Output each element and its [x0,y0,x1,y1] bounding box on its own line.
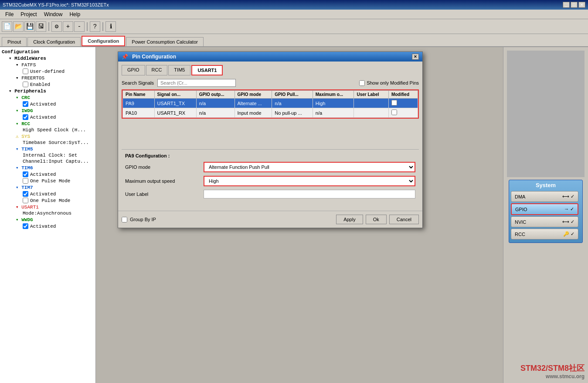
tab-pinout[interactable]: Pinout [2,37,27,46]
user-defined-checkbox[interactable] [23,68,28,74]
tree-rcc-hsc: High Speed Clock (H... [2,127,94,133]
tree-fatfs[interactable]: ▾ FATFS [2,62,94,68]
cancel-button[interactable]: Cancel [389,215,419,224]
tree-wwdg[interactable]: ▾ WWDG [2,216,94,223]
gpio-button[interactable]: GPIO → ✓ [511,203,578,215]
toolbar-generate[interactable]: ⚙ [51,21,62,32]
inner-tab-bar: GPIO RCC TIM5 USART1 [122,65,419,75]
right-panel: 📌 Pin Configuration ✕ GPIO RCC TIM5 USAR… [96,47,503,383]
toolbar-remove[interactable]: - [74,21,85,32]
toolbar-separator-2 [87,22,88,31]
minimize-button[interactable]: _ [563,2,570,8]
pin-table-container: Pin Name Signal on... GPIO outp... GPIO … [122,89,419,119]
menu-help[interactable]: Help [66,10,84,18]
group-by-ip-checkbox[interactable] [122,217,127,222]
tree-iwdg-activated[interactable]: Activated [2,114,94,120]
maximize-button[interactable]: □ [571,2,578,8]
tree-tim6[interactable]: ▾ TIM6 [2,164,94,171]
config-section-title: PA9 Configuration : [125,153,415,158]
tab-power-consumption[interactable]: Power Consumption Calculator [126,37,204,46]
nvic-button[interactable]: NVIC ⟷ ✓ [511,216,578,227]
tree-wwdg-activated[interactable]: Activated [2,223,94,229]
tab-clock-configuration[interactable]: Clock Configuration [27,37,81,46]
cell-pa10-gpio-out: n/a [196,108,235,118]
tree-tim6-activated[interactable]: Activated [2,171,94,178]
cell-pa9-pin: PA9 [123,99,155,108]
tree-crc-activated[interactable]: Activated [2,101,94,107]
cell-pa9-modified[interactable] [388,99,418,108]
cell-pa10-modified[interactable] [388,108,418,118]
tim6-activated-checkbox[interactable] [23,171,28,177]
tree-tim7[interactable]: ▾ TIM7 [2,184,94,191]
menu-project[interactable]: Project [17,10,40,18]
gpio-mode-label: GPIO mode [125,164,204,170]
tree-tim7-activated[interactable]: Activated [2,191,94,197]
rcc-button[interactable]: RCC 🔑 ✓ [511,229,578,239]
modal-close-button[interactable]: ✕ [412,54,419,60]
pa9-config-section: PA9 Configuration : GPIO mode Alternate … [122,149,419,205]
toolbar-help[interactable]: ? [90,21,100,32]
system-title: System [511,182,581,188]
tree-tim6-one-pulse[interactable]: One Pulse Mode [2,178,94,184]
tree-tim5[interactable]: ▾ TIM5 [2,146,94,152]
tab-configuration[interactable]: Configuration [82,36,125,46]
tab-tim5[interactable]: TIM5 [168,65,190,75]
toolbar-save-as[interactable]: 🖫 [36,21,46,32]
pa9-modified-checkbox[interactable] [391,100,397,106]
dma-button[interactable]: DMA ⟷ ✓ [511,191,578,202]
left-panel: Configuration ▾ MiddleWares ▾ FATFS User… [0,47,96,383]
max-output-speed-select[interactable]: High Medium Low [204,177,415,185]
tree-rcc[interactable]: ▾ RCC [2,120,94,127]
tree-enabled[interactable]: Enabled [2,81,94,88]
tree-usart1-mode: Mode:Asynchronous [2,210,94,216]
tree-iwdg[interactable]: ▾ IWDG [2,107,94,114]
tree-usart1[interactable]: ▾ USART1 [2,204,94,210]
tree-sys[interactable]: ⚠ SYS [2,133,94,140]
tim7-activated-checkbox[interactable] [23,191,28,197]
pa10-modified-checkbox[interactable] [391,109,397,115]
table-row-pa9[interactable]: PA9 USART1_TX n/a Alternate ... n/a High [123,99,418,108]
close-button[interactable]: ✕ [578,2,585,8]
tree-tim7-one-pulse[interactable]: One Pulse Mode [2,197,94,204]
menu-window[interactable]: Window [41,10,66,18]
enabled-checkbox[interactable] [23,82,28,87]
table-row-pa10[interactable]: PA10 USART1_RX n/a Input mode No pull-up… [123,108,418,118]
modal-title: Pin Configuration [132,54,176,60]
watermark-line2: www.stmcu.org [520,373,585,380]
cell-pa9-user-label [354,99,388,108]
tim6-one-pulse-checkbox[interactable] [23,178,28,184]
iwdg-activated-checkbox[interactable] [23,114,28,120]
crc-activated-checkbox[interactable] [23,101,28,107]
toolbar-add[interactable]: + [63,21,73,32]
toolbar-open[interactable]: 📂 [13,21,24,32]
toolbar-separator-1 [48,22,49,31]
search-input[interactable] [157,79,236,87]
toolbar-save[interactable]: 💾 [24,21,35,32]
cell-pa9-max-out: High [313,99,354,108]
toolbar-info[interactable]: ℹ [105,21,116,32]
tree-user-defined[interactable]: User-defined [2,68,94,75]
cell-pa10-gpio-mode: Input mode [235,108,272,118]
tree-freertos[interactable]: ▾ FREERTOS [2,75,94,81]
group-by-ip-label: Group By IP [130,217,156,222]
tab-rcc[interactable]: RCC [146,65,168,75]
search-row: Search Signals Show only Modified Pins [122,79,419,87]
gpio-mode-select[interactable]: Alternate Function Push Pull Alternate F… [204,163,415,171]
cell-pa10-gpio-pull: No pull-up ... [272,108,313,118]
user-label-input[interactable] [204,190,415,198]
apply-button[interactable]: Apply [336,215,363,224]
tab-gpio[interactable]: GPIO [122,65,145,75]
cell-pa10-user-label [354,108,388,118]
tim7-one-pulse-checkbox[interactable] [23,198,28,203]
col-pin-name: Pin Name [123,91,155,99]
tree-middlewares: ▾ MiddleWares [2,55,94,62]
toolbar-new[interactable]: 📄 [2,21,12,32]
user-label-label: User Label [125,192,204,197]
tab-usart1[interactable]: USART1 [191,65,223,75]
tree-crc[interactable]: ▾ CRC [2,94,94,101]
nvic-icon: ⟷ ✓ [562,219,574,225]
ok-button[interactable]: Ok [366,215,387,224]
wwdg-activated-checkbox[interactable] [23,223,28,229]
menu-file[interactable]: File [2,10,17,18]
show-modified-checkbox[interactable] [359,80,365,86]
